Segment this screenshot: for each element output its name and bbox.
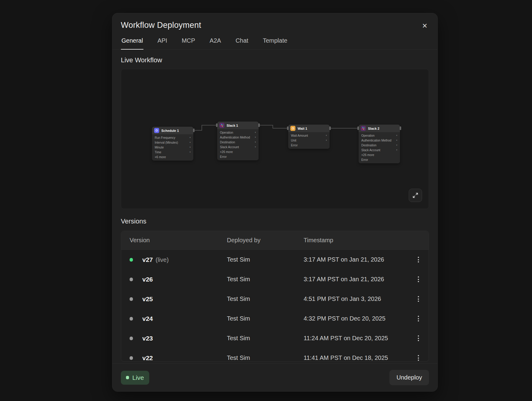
tab-template[interactable]: Template bbox=[262, 35, 288, 49]
close-button[interactable]: ✕ bbox=[419, 21, 430, 31]
deployed-by-cell: Test Sim bbox=[227, 354, 304, 361]
node-field-error: Error bbox=[359, 157, 400, 162]
node-field: Operation▾ bbox=[217, 130, 259, 135]
node-field-more: +26 more bbox=[359, 152, 400, 157]
kebab-menu-icon[interactable] bbox=[413, 313, 424, 324]
status-dot bbox=[130, 297, 133, 301]
input-port bbox=[216, 123, 218, 127]
version-label: v26 bbox=[142, 276, 153, 283]
node-title: Slack 1 bbox=[227, 124, 238, 127]
node-slack-1[interactable]: Slack 1 Operation▾ Authentication Method… bbox=[217, 122, 259, 160]
versions-heading: Versions bbox=[121, 217, 429, 225]
chevron-down-icon: ▾ bbox=[255, 146, 256, 148]
version-row-v22: v22 Test Sim 11:41 AM PST on Dec 18, 202… bbox=[121, 348, 429, 362]
node-field: Authentication Method▾ bbox=[359, 138, 400, 143]
tab-chat[interactable]: Chat bbox=[235, 35, 249, 49]
timestamp-cell: 11:24 AM PST on Dec 20, 2025 bbox=[304, 335, 406, 342]
node-schedule-1-fields: Run Frequency▾ Interval (Minutes)▾ Minut… bbox=[152, 134, 193, 161]
output-port bbox=[400, 126, 401, 130]
chevron-down-icon: ▾ bbox=[189, 146, 191, 148]
live-dot-icon bbox=[126, 376, 129, 379]
node-field: Slack Account▾ bbox=[217, 145, 259, 149]
node-wait-1-fields: Wait Amount▾ Unit▾ Error bbox=[288, 132, 330, 149]
output-port bbox=[193, 129, 195, 132]
kebab-menu-icon[interactable] bbox=[413, 274, 424, 285]
version-row-v23: v23 Test Sim 11:24 AM PST on Dec 20, 202… bbox=[121, 328, 429, 348]
deployed-by-cell: Test Sim bbox=[227, 276, 304, 283]
node-field: Minute▾ bbox=[152, 145, 193, 150]
node-slack-2-fields: Operation▾ Authentication Method▾ Destin… bbox=[359, 132, 400, 163]
node-field: Wait Amount▾ bbox=[288, 133, 330, 138]
expand-workflow-button[interactable] bbox=[409, 189, 422, 202]
node-field: Interval (Minutes)▾ bbox=[152, 140, 193, 145]
close-icon: ✕ bbox=[422, 22, 427, 30]
status-dot bbox=[130, 278, 133, 281]
column-header-deployed-by: Deployed by bbox=[227, 237, 304, 244]
clock-icon bbox=[290, 126, 295, 131]
chevron-down-icon: ▾ bbox=[396, 134, 397, 137]
tab-mcp[interactable]: MCP bbox=[181, 35, 195, 49]
chevron-down-icon: ▾ bbox=[326, 134, 327, 137]
tab-api[interactable]: API bbox=[157, 35, 168, 49]
version-row-v24: v24 Test Sim 4:32 PM PST on Dec 20, 2025 bbox=[121, 309, 429, 328]
version-row-v25: v25 Test Sim 4:51 PM PST on Jan 3, 2026 bbox=[121, 289, 429, 309]
chevron-down-icon: ▾ bbox=[255, 141, 256, 143]
output-port bbox=[258, 123, 260, 127]
version-label: v25 bbox=[142, 295, 153, 303]
live-status-dot bbox=[130, 258, 133, 262]
tab-general[interactable]: General bbox=[121, 35, 143, 49]
node-field: Time▾ bbox=[152, 150, 193, 155]
kebab-menu-icon[interactable] bbox=[413, 254, 424, 265]
node-schedule-1[interactable]: Schedule 1 Run Frequency▾ Interval (Minu… bbox=[152, 127, 193, 161]
timestamp-cell: 4:32 PM PST on Dec 20, 2025 bbox=[304, 315, 406, 322]
chevron-down-icon: ▾ bbox=[396, 144, 397, 146]
chevron-down-icon: ▾ bbox=[189, 151, 191, 153]
input-port bbox=[287, 126, 289, 130]
chevron-down-icon: ▾ bbox=[189, 136, 191, 139]
kebab-menu-icon[interactable] bbox=[413, 294, 424, 305]
node-field: Run Frequency▾ bbox=[152, 135, 193, 140]
node-field: Unit▾ bbox=[288, 138, 330, 143]
chevron-down-icon: ▾ bbox=[255, 136, 256, 139]
version-label: v27 bbox=[142, 256, 153, 263]
version-label: v23 bbox=[142, 335, 153, 342]
tab-a2a[interactable]: A2A bbox=[209, 35, 222, 49]
node-slack-2[interactable]: Slack 2 Operation▾ Authentication Method… bbox=[359, 125, 400, 163]
slack-icon bbox=[219, 123, 224, 128]
timestamp-cell: 11:41 AM PST on Dec 18, 2025 bbox=[304, 354, 406, 361]
tab-bar: General API MCP A2A Chat Template bbox=[112, 30, 437, 50]
workflow-deployment-modal: Workflow Deployment ✕ General API MCP A2… bbox=[112, 13, 438, 392]
timestamp-cell: 4:51 PM PST on Jan 3, 2026 bbox=[304, 295, 406, 302]
node-field: Slack Account▾ bbox=[359, 148, 400, 152]
live-status-badge: Live bbox=[121, 371, 149, 385]
undeploy-button[interactable]: Undeploy bbox=[389, 370, 429, 385]
live-suffix: (live) bbox=[156, 256, 169, 263]
column-header-timestamp: Timestamp bbox=[304, 237, 406, 244]
kebab-menu-icon[interactable] bbox=[413, 333, 424, 344]
node-field: Authentication Method▾ bbox=[217, 135, 259, 140]
status-dot bbox=[130, 317, 133, 321]
clock-icon bbox=[154, 128, 159, 133]
node-title: Wait 1 bbox=[298, 127, 307, 130]
output-port bbox=[329, 126, 331, 130]
node-wait-1-header: Wait 1 bbox=[288, 125, 330, 132]
deployed-by-cell: Test Sim bbox=[227, 315, 304, 322]
deployed-by-cell: Test Sim bbox=[227, 295, 304, 302]
live-badge-label: Live bbox=[132, 374, 144, 381]
node-wait-1[interactable]: Wait 1 Wait Amount▾ Unit▾ Error bbox=[288, 125, 330, 149]
version-row-v27: v27(live) Test Sim 3:17 AM PST on Jan 21… bbox=[121, 250, 429, 269]
node-field: Destination▾ bbox=[217, 140, 259, 145]
kebab-menu-icon[interactable] bbox=[413, 353, 424, 362]
node-field: Operation▾ bbox=[359, 133, 400, 138]
status-dot bbox=[130, 337, 133, 340]
node-field-error: Error bbox=[217, 154, 259, 159]
version-label: v22 bbox=[142, 354, 153, 362]
column-header-version: Version bbox=[130, 237, 227, 244]
workflow-preview-canvas[interactable]: Schedule 1 Run Frequency▾ Interval (Minu… bbox=[121, 69, 429, 209]
chevron-down-icon: ▾ bbox=[189, 141, 191, 144]
node-schedule-1-header: Schedule 1 bbox=[152, 127, 193, 134]
node-field: Destination▾ bbox=[359, 143, 400, 148]
node-field-more: +26 more bbox=[217, 149, 259, 154]
modal-title: Workflow Deployment bbox=[121, 21, 429, 30]
node-field-more: +6 more bbox=[152, 155, 193, 159]
